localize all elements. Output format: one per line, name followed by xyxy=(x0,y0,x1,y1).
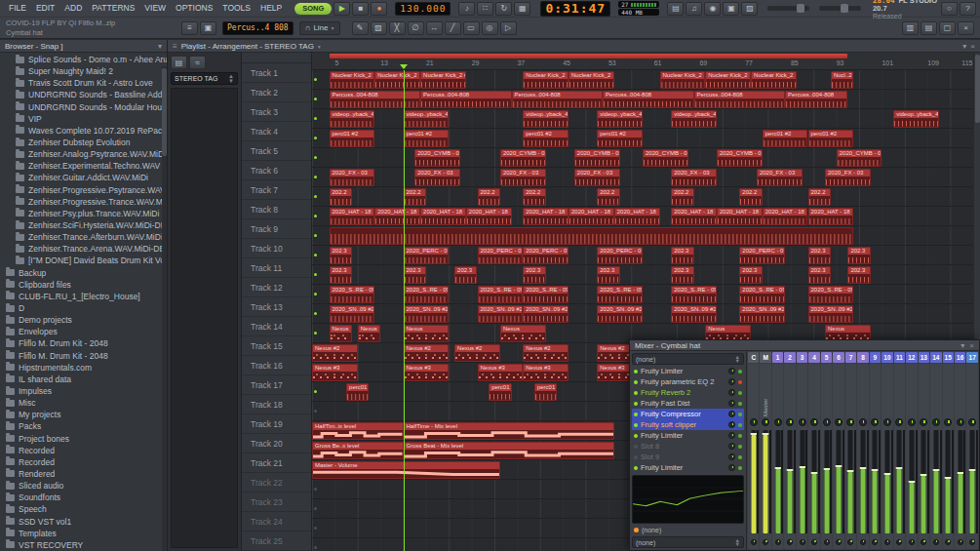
playlist-clip[interactable]: Percuss..004-808 xyxy=(694,91,786,108)
playlist-clip[interactable]: Nuclear Kick_2 xyxy=(705,71,751,89)
playlist-clip[interactable]: Gross Beat - Mix level xyxy=(404,442,614,459)
browser-item[interactable]: Sliced audio xyxy=(0,480,167,492)
playlist-clip[interactable]: 202.3 xyxy=(847,266,870,284)
playlist-options-icon[interactable]: ≡ xyxy=(181,21,198,35)
browser-item[interactable]: Misc xyxy=(0,397,167,409)
channel-tab-6[interactable]: 6 xyxy=(833,352,843,363)
select-tool-icon[interactable]: ▭ xyxy=(463,21,480,35)
playlist-clip[interactable]: 2020_HAT - 18 xyxy=(330,208,375,225)
playlist-clip[interactable]: Percuss..004-808 xyxy=(785,91,847,108)
playlist-clip[interactable]: 202.3 xyxy=(404,266,426,284)
playlist-clip[interactable]: 2020_FX - 03 xyxy=(574,169,620,186)
playlist-clip[interactable]: 2020_HAT - 18 xyxy=(614,208,660,225)
browser-item[interactable]: Zenhiser.SciFi.Hysteria.WAV.MiDi-DECiBEL xyxy=(0,219,167,231)
channel-fader[interactable] xyxy=(808,428,819,535)
channel-pan-knob[interactable] xyxy=(895,418,903,426)
track-header[interactable]: Track 1 xyxy=(242,63,311,83)
fx-send-slot[interactable]: (none) xyxy=(632,525,744,535)
playlist-clip[interactable]: Percuss..004-808 xyxy=(512,91,604,108)
channel-strip-6[interactable] xyxy=(833,364,843,549)
browser-item[interactable]: Travis Scott Drum Kit - Astro Love xyxy=(0,77,167,89)
channel-sep-knob[interactable] xyxy=(933,539,939,545)
playlist-clip[interactable]: perc01 #2 xyxy=(763,130,808,147)
playlist-clip[interactable]: 2020_SN..09 #2 xyxy=(404,305,450,323)
channel-pan-knob[interactable] xyxy=(859,418,867,426)
playlist-clip[interactable]: Nuclear Kick_2 xyxy=(660,71,706,89)
fx-slot-9[interactable]: Slot 9 xyxy=(632,452,744,462)
browser-item[interactable]: Recorded xyxy=(0,445,167,456)
playlist-clip[interactable]: 202.2 xyxy=(671,188,693,206)
channel-sep-knob[interactable] xyxy=(847,539,853,545)
playlist-clip[interactable]: 2020_SN..09 #2 xyxy=(597,305,643,323)
fx-slot-1[interactable]: Fruity Limiter xyxy=(632,366,744,376)
mixer-titlebar[interactable]: Mixer - Cymbal hat ▾× xyxy=(630,340,979,351)
fx-slot-2[interactable]: Fruity parametric EQ 2 xyxy=(632,376,744,387)
fx-slot-5[interactable]: Fruity Compressor xyxy=(632,409,744,419)
playlist-clip[interactable]: 2020_S..RE - 09 xyxy=(671,286,717,303)
playlist-clip[interactable]: perc01 #2 xyxy=(597,130,643,147)
playlist-clip[interactable]: 2020_PERC - 03 xyxy=(597,247,643,264)
time-display[interactable]: 0:31:47 xyxy=(540,1,610,17)
fader-handle[interactable] xyxy=(945,477,952,479)
browser-item[interactable]: Impulses xyxy=(0,385,167,397)
snapshot-icon[interactable]: ▣ xyxy=(723,2,739,16)
slice-tool-icon[interactable]: ╱ xyxy=(445,21,461,35)
channel-pan-knob[interactable] xyxy=(799,418,806,426)
track-activity-led[interactable] xyxy=(314,98,317,100)
fx-enable-led-icon[interactable] xyxy=(634,402,638,406)
loop-marker[interactable] xyxy=(330,54,848,59)
playlist-clip[interactable]: Nexus xyxy=(500,325,546,342)
track-header[interactable]: Track 12 xyxy=(242,278,311,297)
channel-fader[interactable] xyxy=(797,428,807,535)
channel-fader[interactable] xyxy=(930,428,941,535)
channel-strip-5[interactable] xyxy=(821,364,832,549)
fx-slot-8[interactable]: Slot 8 xyxy=(632,441,744,452)
track-header[interactable]: Track 5 xyxy=(242,141,311,161)
channel-sep-knob[interactable] xyxy=(836,539,842,545)
track-activity-led[interactable] xyxy=(314,234,317,237)
snap-selector[interactable]: ∩ Line ▾ xyxy=(299,21,340,35)
playlist-clip[interactable]: 2020_SN..09 #2 xyxy=(671,305,717,323)
playlist-clip[interactable]: 202.2 xyxy=(739,188,762,206)
channel-pan-knob[interactable] xyxy=(823,418,831,426)
picker-stepper[interactable]: ▲▼ xyxy=(228,74,234,84)
channel-fader[interactable] xyxy=(772,428,783,535)
playlist-clip[interactable]: 2020_PERC - 03 xyxy=(478,247,524,264)
browser-header[interactable]: Browser - Snap ] ▾ xyxy=(0,40,167,53)
slip-tool-icon[interactable]: ↔ xyxy=(426,21,443,35)
browser-item[interactable]: Speech xyxy=(0,503,167,515)
timeline-ruler[interactable]: 51321293745536169778593101109115 xyxy=(312,53,973,70)
playlist-clip[interactable]: videop..yback_4 xyxy=(597,110,643,128)
playlist-clip[interactable]: 202.2 xyxy=(330,188,352,206)
channel-tab-1[interactable]: 1 xyxy=(772,352,783,363)
tools-menu-icon[interactable]: ▨ xyxy=(741,2,758,16)
playlist-clip[interactable]: 2020_CYMB - 03 xyxy=(643,149,688,167)
playlist-clip[interactable]: perc01 xyxy=(346,383,369,401)
playlist-clip[interactable]: Nexus #2 xyxy=(404,344,450,362)
channel-pan-knob[interactable] xyxy=(835,418,843,426)
playlist-clip[interactable]: 202.3 xyxy=(523,266,545,284)
channel-tab-3[interactable]: 3 xyxy=(797,352,807,363)
playlist-close-icon[interactable]: × xyxy=(970,42,975,51)
playlist-header[interactable]: ≡ Playlist - Arrangement - STEREO TAG ▾ … xyxy=(168,40,980,53)
playback-tool-icon[interactable]: ▷ xyxy=(500,21,517,35)
menu-item-options[interactable]: OPTIONS xyxy=(171,0,217,17)
playlist-clip[interactable]: HalfTim..ix level xyxy=(312,422,404,440)
channel-tab-16[interactable]: 16 xyxy=(955,352,965,363)
track-header[interactable]: Track 25 xyxy=(242,531,311,551)
playlist-clip[interactable]: perc01 #2 xyxy=(330,130,375,147)
track-activity-led[interactable] xyxy=(314,332,317,335)
menu-item-file[interactable]: FILE xyxy=(4,0,31,17)
channel-fader[interactable] xyxy=(966,428,977,535)
channel-fader[interactable] xyxy=(906,428,917,535)
menu-item-help[interactable]: HELP xyxy=(255,0,287,17)
channel-tab-14[interactable]: 14 xyxy=(930,352,941,363)
channel-strip-13[interactable] xyxy=(919,364,929,549)
browser-item[interactable]: My projects xyxy=(0,409,167,420)
pattern-selector[interactable]: Percus..4 808 xyxy=(222,21,294,35)
playlist-clip[interactable]: 2020_FX - 03 xyxy=(330,169,375,186)
channel-strip-11[interactable] xyxy=(894,364,905,549)
picker-patterns-icon[interactable]: ▤ xyxy=(171,56,187,69)
playlist-clip[interactable]: 2020_SN..09 #2 xyxy=(739,305,785,323)
loop-record-icon[interactable]: ↻ xyxy=(495,2,512,16)
